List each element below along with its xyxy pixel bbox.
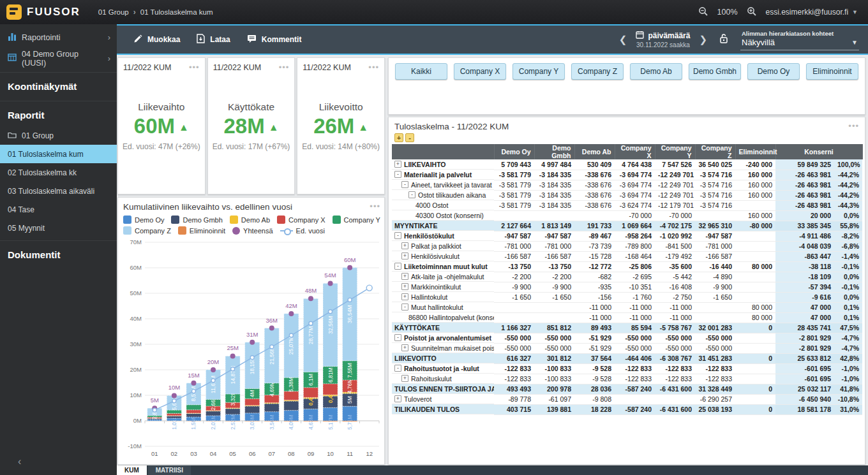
column-header-company-x[interactable]: Company X [615, 144, 655, 159]
sidebar-item-raportointi[interactable]: Raportointi› [0, 27, 117, 48]
table-row-86800-hallintopalvelut-konserni: 86800 Hallintopalvelut (konserni)-11 000… [392, 312, 862, 323]
unlocked-padlock-icon[interactable] [719, 33, 729, 47]
legend-item-demo-gmbh[interactable]: Demo Gmbh [171, 216, 222, 224]
collapse-row-button[interactable]: - [408, 191, 415, 198]
column-header-eliminoinnit[interactable]: Eliminoinnit [735, 144, 775, 159]
column-header-company-y[interactable]: Company Y [655, 144, 695, 159]
collapse-row-button[interactable]: - [394, 365, 401, 372]
expand-row-button[interactable]: + [401, 242, 408, 249]
column-header-demo-ab[interactable]: Demo Ab [574, 144, 615, 159]
row-label: 40300 Ostot (konserni) [415, 212, 484, 219]
report-toolbar: Muokkaa Lataa Kommentit ❮ päivämäärä 30.… [117, 26, 868, 55]
svg-text:09: 09 [308, 450, 315, 457]
date-picker[interactable]: päivämäärä 30.11.2022 saakka [636, 31, 690, 48]
edit-button[interactable]: Muokkaa [133, 34, 180, 45]
expand-all-button[interactable]: + [394, 133, 403, 142]
card-menu-icon[interactable]: ••• [189, 63, 200, 72]
filter-button-company-z[interactable]: Company Z [571, 63, 624, 80]
card-menu-icon[interactable]: ••• [279, 63, 290, 72]
filter-button-company-y[interactable]: Company Y [513, 63, 565, 80]
zoom-in-icon[interactable] [747, 6, 757, 18]
sidebar-item-01-tuloslaskelma-kum[interactable]: 01 Tuloslaskelma kum [0, 145, 117, 163]
collapse-row-button[interactable]: - [394, 334, 401, 341]
legend-item-ed-vuosi[interactable]: Ed. vuosi [280, 227, 325, 235]
table-menu-icon[interactable]: ••• [848, 122, 859, 131]
filter-button-kaikki[interactable]: Kaikki [395, 63, 447, 80]
sidebar-item-01-group[interactable]: 01 Group [0, 126, 117, 145]
legend-item-company-z[interactable]: Company Z [123, 226, 171, 235]
sidebar-item-03-tuloslaskelma-aikav-li[interactable]: 03 Tuloslaskelma aikaväli [0, 182, 117, 200]
legend-item-company-y[interactable]: Company Y [333, 216, 380, 224]
legend-item-eliminoinnit[interactable]: Eliminoinnit [178, 226, 225, 235]
comment-icon [247, 34, 257, 45]
hierarchy-level-dropdown[interactable]: Alimman hierarkiatason kohteet Näkyvillä… [740, 29, 859, 50]
collapse-row-button[interactable]: - [394, 171, 401, 178]
svg-text:08: 08 [288, 450, 295, 457]
column-header-demo-oy[interactable]: Demo Oy [494, 144, 534, 159]
expand-row-button[interactable]: + [394, 395, 401, 402]
svg-text:36,54M: 36,54M [347, 305, 353, 323]
breadcrumb-report[interactable]: 01 Tuloslaskelma kum [140, 8, 213, 16]
sidebar-item-04-demo-group-uusi[interactable]: 04 Demo Group (UUSI)› [0, 48, 117, 69]
expand-row-button[interactable]: + [401, 283, 408, 290]
legend-item-demo-oy[interactable]: Demo Oy [123, 216, 164, 224]
legend-item-company-x[interactable]: Company X [277, 216, 325, 224]
row-label: Henkilösivukulut [411, 252, 460, 260]
collapse-row-button[interactable]: - [394, 263, 401, 270]
expand-row-button[interactable]: + [401, 375, 408, 382]
sidebar-collapse-button[interactable]: ‹ [18, 456, 21, 467]
legend-swatch-icon [178, 226, 186, 235]
tab-kum[interactable]: KUM [117, 465, 147, 475]
table-row-muut-hallintokulut: -Muut hallintokulut-11 000-11 000-11 000… [392, 302, 862, 312]
svg-text:15M: 15M [188, 372, 200, 379]
user-menu[interactable]: essi.esimerkki@fuusor.fi ▼ [766, 8, 858, 17]
svg-text:2,52M: 2,52M [230, 414, 236, 430]
filter-button-demo-ab[interactable]: Demo Ab [630, 63, 682, 80]
svg-text:-10M: -10M [128, 442, 142, 449]
expand-row-button[interactable]: + [401, 344, 408, 351]
svg-text:2,01M: 2,01M [210, 414, 216, 430]
fuusor-logo-icon[interactable] [6, 4, 22, 20]
collapse-row-button[interactable]: - [401, 303, 408, 311]
expand-row-button[interactable]: + [401, 273, 408, 280]
sidebar-item-02-tuloslaskelma-kk[interactable]: 02 Tuloslaskelma kk [0, 163, 117, 182]
comments-button[interactable]: Kommentit [247, 34, 302, 45]
card-menu-icon[interactable]: ••• [368, 63, 379, 72]
bar-chart-icon [8, 33, 17, 43]
svg-text:10M: 10M [168, 384, 181, 391]
column-header-company-z[interactable]: Company Z [695, 144, 735, 159]
row-label: LIIKEVOITTO [394, 354, 437, 362]
breadcrumb-group[interactable]: 01 Group [98, 8, 129, 16]
zoom-out-icon[interactable] [698, 6, 708, 18]
date-next-button[interactable]: ❯ [699, 34, 707, 44]
svg-text:02: 02 [171, 450, 178, 457]
svg-text:42M: 42M [285, 302, 297, 309]
row-label: TULOS ENNEN TP-SIIRTOJA JA VEROJA [394, 385, 494, 393]
expand-row-button[interactable]: + [394, 161, 401, 168]
date-previous-button[interactable]: ❮ [619, 34, 627, 44]
expand-row-button[interactable]: + [401, 252, 408, 259]
sidebar-item-04-tase[interactable]: 04 Tase [0, 200, 117, 219]
svg-text:48M: 48M [305, 287, 317, 294]
legend-swatch-icon [277, 216, 285, 224]
sidebar-top: Raportointi›04 Demo Group (UUSI)› [0, 24, 117, 69]
column-header-demo-gmbh[interactable]: Demo Gmbh [534, 144, 574, 159]
filter-button-eliminoinnit[interactable]: Eliminoinnit [806, 63, 858, 80]
filter-button-company-x[interactable]: Company X [454, 63, 506, 80]
svg-text:70M: 70M [130, 238, 142, 245]
collapse-row-button[interactable]: - [394, 232, 401, 239]
legend-item-yhteens[interactable]: Yhteensä [232, 227, 273, 235]
filter-button-demo-oy[interactable]: Demo Oy [747, 63, 800, 80]
expand-row-button[interactable]: + [401, 293, 408, 300]
tab-matriisi[interactable]: MATRIISI [148, 465, 191, 475]
sidebar-item-05-myynnit[interactable]: 05 Myynnit [0, 219, 117, 237]
kpi-value: 26M▲ [297, 114, 384, 138]
download-button[interactable]: Lataa [197, 34, 230, 45]
collapse-row-button[interactable]: - [401, 181, 408, 188]
legend-item-demo-ab[interactable]: Demo Ab [230, 216, 270, 224]
column-header-konserni[interactable]: Konserni [775, 144, 862, 159]
filter-button-demo-gmbh[interactable]: Demo Gmbh [689, 63, 741, 80]
collapse-all-button[interactable]: - [405, 133, 414, 142]
chart-menu-icon[interactable]: ••• [370, 202, 380, 210]
row-label: KÄYTTÖKATE [394, 324, 440, 332]
